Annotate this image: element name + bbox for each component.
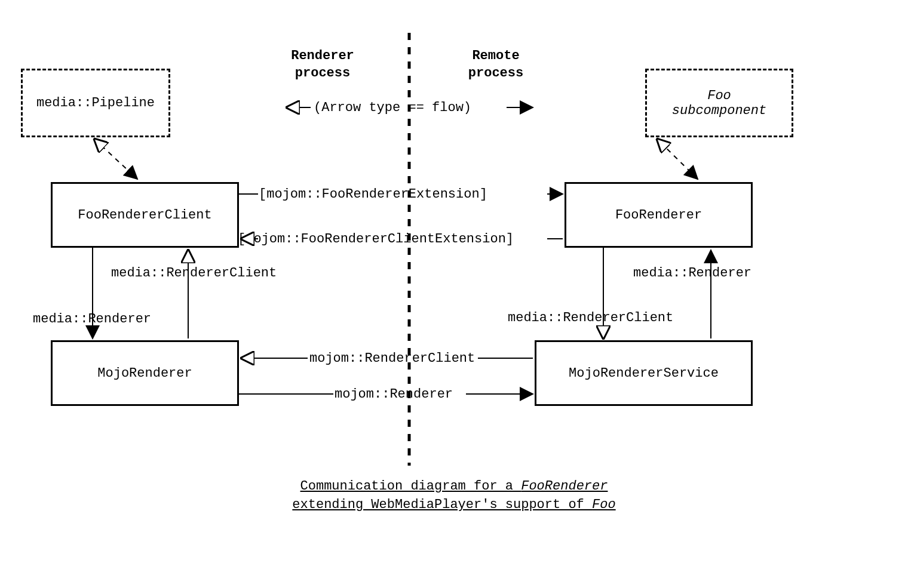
caption-line1-text: Communication diagram for a (300, 479, 522, 494)
ext-top-label: [mojom::FooRendererExtension] (259, 187, 487, 202)
media-renderer-left-label: media::Renderer (33, 312, 151, 327)
remote-process-title: Remote process (430, 48, 562, 82)
media-pipeline-label: media::Pipeline (36, 96, 155, 110)
caption-line2-em: Foo (592, 497, 616, 512)
legend-text: (Arrow type == flow) (314, 100, 471, 115)
media-renderer-client-left-label: media::RendererClient (111, 266, 277, 281)
foo-renderer-box: FooRenderer (565, 182, 753, 248)
media-renderer-right-label: media::Renderer (633, 266, 751, 281)
mojo-renderer-service-box: MojoRendererService (535, 340, 753, 406)
mojom-renderer-client-label: mojom::RendererClient (309, 351, 475, 366)
foo-renderer-label: FooRenderer (615, 208, 702, 223)
ext-bot-label: [mojom::FooRendererClientExtension] (238, 232, 514, 247)
foo-subcomponent-label-1: Foo (707, 88, 731, 103)
foo-subcomponent-label-2: subcomponent (672, 103, 766, 118)
caption-line1-em: FooRenderer (521, 479, 608, 494)
renderer-process-title: Renderer process (257, 48, 388, 82)
mojo-renderer-label: MojoRenderer (97, 366, 192, 381)
diagram-caption: Communication diagram for a FooRenderer … (209, 478, 699, 515)
mojom-renderer-label: mojom::Renderer (335, 387, 453, 402)
mojo-renderer-box: MojoRenderer (51, 340, 239, 406)
foo-renderer-client-label: FooRendererClient (78, 208, 211, 223)
mojo-renderer-service-label: MojoRendererService (569, 366, 719, 381)
media-pipeline-box: media::Pipeline (21, 69, 170, 137)
svg-line-3 (94, 139, 137, 179)
svg-line-4 (657, 139, 698, 179)
media-renderer-client-right-label: media::RendererClient (508, 310, 673, 325)
caption-line2-text: extending WebMediaPlayer's support of (292, 497, 592, 512)
foo-renderer-client-box: FooRendererClient (51, 182, 239, 248)
foo-subcomponent-box: Foo subcomponent (645, 69, 793, 137)
